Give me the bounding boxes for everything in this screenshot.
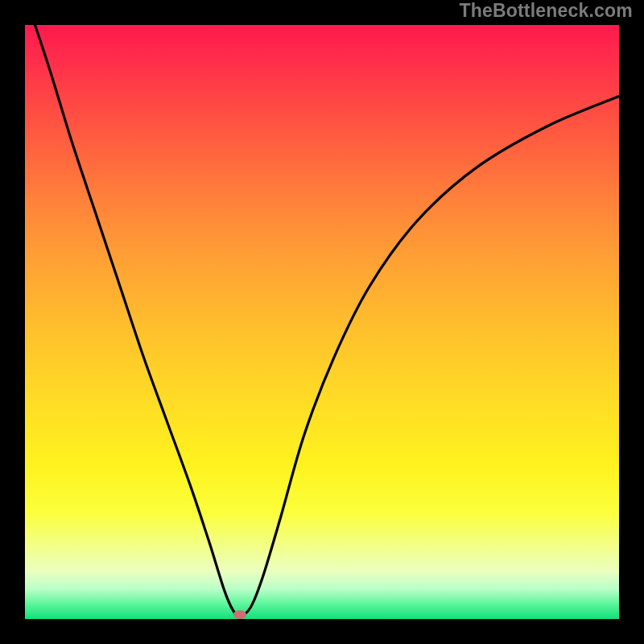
chart-frame: TheBottleneck.com [0,0,644,644]
watermark-label: TheBottleneck.com [459,0,633,22]
plot-area [25,25,619,619]
gradient-background [25,25,619,619]
